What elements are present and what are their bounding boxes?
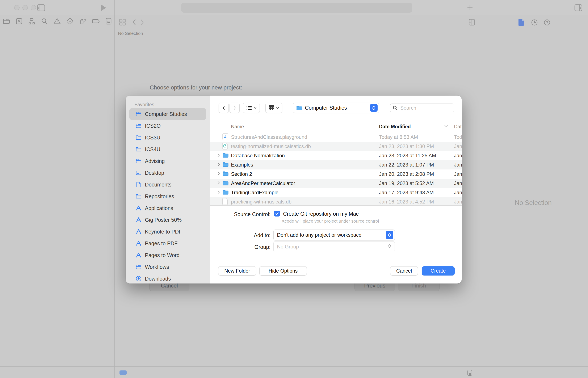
sort-descending-icon [444,125,448,127]
file-inspector-icon[interactable] [518,18,524,26]
save-dialog: Favorites Computer Studies ICS2O ICS3U I… [126,95,462,284]
back-history-icon[interactable] [132,19,136,26]
add-to-popup[interactable]: Don't add to any project or workspace [273,230,395,241]
window-toolbar [0,0,588,15]
group-view-icon [268,105,274,111]
related-items-icon[interactable] [119,18,126,26]
app-icon [136,252,142,258]
search-icon [393,105,398,110]
app-icon [136,205,142,211]
playground-file-icon [222,133,228,141]
issues-navigator-icon[interactable] [53,18,61,25]
adjust-editor-icon[interactable] [467,370,472,376]
folder-path-popup[interactable]: Computer Studies [293,103,379,113]
close-window-button[interactable] [14,5,20,10]
symbols-navigator-icon[interactable] [28,18,35,25]
add-tab-icon[interactable] [467,4,473,11]
source-control-navigator-icon[interactable] [15,18,23,25]
zoom-window-button[interactable] [31,5,36,10]
folder-icon [222,152,229,159]
toggle-inspector-icon[interactable] [574,4,582,11]
folder-icon [136,193,142,199]
debug-navigator-icon[interactable] [79,18,87,25]
column-date-modified[interactable]: Date Modified [379,124,411,130]
sidebar-item-repositories[interactable]: Repositories [129,190,206,202]
file-row[interactable]: TradingCardExample Jan 17, 2023 at 9:43 … [210,188,462,197]
group-view-button[interactable] [266,103,282,113]
editor-breadcrumb: No Selection [118,31,143,36]
file-row[interactable]: Database Normalization Jan 23, 2023 at 1… [210,151,462,160]
file-row[interactable]: StructuresAndClasses.playground Today at… [210,133,462,142]
sidebar-item-computer-studies[interactable]: Computer Studies [129,108,206,120]
git-repo-checkbox[interactable] [274,211,280,216]
forward-history-icon[interactable] [140,19,145,26]
disclosure-chevron-icon[interactable] [217,181,220,186]
navigator-divider [114,0,115,378]
chevron-down-icon [276,107,279,109]
minimize-window-button[interactable] [23,5,28,10]
hide-options-button[interactable]: Hide Options [259,266,307,275]
disclosure-chevron-icon[interactable] [217,153,220,158]
editor-filter-icon[interactable] [120,370,127,375]
navigator-tab-strip [3,18,112,25]
disclosure-chevron-icon[interactable] [217,190,220,195]
sidebar-item-applications[interactable]: Applications [129,202,206,214]
search-field[interactable] [390,104,454,112]
history-inspector-icon[interactable] [531,19,538,26]
reports-navigator-icon[interactable] [106,18,112,25]
git-repo-checkbox-label[interactable]: Create Git repository on my Mac [283,211,359,217]
sidebar-item-keynote-to-pdf[interactable]: Keynote to PDF [129,226,206,238]
file-row[interactable]: AreaAndPerimeterCalculator Jan 19, 2023 … [210,179,462,188]
project-navigator-icon[interactable] [3,18,10,25]
cancel-button[interactable]: Cancel [390,266,418,275]
sidebar-item-pages-to-pdf[interactable]: Pages to PDF [129,238,206,249]
source-control-label: Source Control: [216,211,270,217]
app-icon [136,229,142,235]
sidebar-item-ics2o[interactable]: ICS2O [129,120,206,132]
popup-stepper-disabled-icon [388,243,391,250]
svg-text:?: ? [546,21,548,25]
add-to-label: Add to: [216,232,270,238]
search-input[interactable] [400,105,443,111]
jumpbar-bottom-divider [115,39,478,39]
column-header-row: Name Date Modified Dat [210,121,462,132]
sidebar-item-ics4u[interactable]: ICS4U [129,143,206,155]
column-name[interactable]: Name [231,124,244,130]
file-list-bottom-divider [210,205,462,206]
disclosure-chevron-icon[interactable] [217,171,220,177]
new-folder-button[interactable]: New Folder [218,266,256,275]
disclosure-chevron-icon[interactable] [217,162,220,168]
breakpoints-navigator-icon[interactable] [92,18,100,25]
find-navigator-icon[interactable] [41,18,48,25]
file-row-clipped[interactable]: practicing-with-musicals.db Jan 16, 2023… [210,197,462,205]
sidebar-item-workflows[interactable]: Workflows [129,261,206,273]
create-button[interactable]: Create [422,266,455,275]
file-row[interactable]: testing-normalized-musicalsatlcs.db Jan … [210,142,462,151]
list-view-button[interactable] [243,103,260,113]
sidebar-item-pages-to-word[interactable]: Pages to Word [129,249,206,261]
toggle-navigator-icon[interactable] [37,4,45,11]
forward-button[interactable] [229,103,240,113]
file-row[interactable]: Examples Jan 22, 2023 at 1:07 PM Jan [210,160,462,169]
back-button[interactable] [219,103,229,113]
inspector-empty-state: No Selection [478,199,588,207]
folder-icon [222,189,229,196]
help-inspector-icon[interactable]: ? [544,19,551,26]
sidebar-item-ics3u[interactable]: ICS3U [129,132,206,143]
wizard-prompt: Choose options for your new project: [150,84,242,91]
sidebar-item-gig-poster[interactable]: Gig Poster 50% [129,214,206,226]
group-label: Group: [216,244,270,250]
sidebar-item-documents[interactable]: Documents [129,179,206,190]
folder-icon [136,135,142,140]
tests-navigator-icon[interactable] [66,18,74,25]
sidebar-item-downloads[interactable]: Downloads [129,273,206,284]
add-editor-icon[interactable] [469,19,475,26]
app-icon [136,241,142,246]
column-date-created[interactable]: Dat [454,124,462,130]
file-row[interactable]: Section 2 Jan 20, 2023 at 2:08 PM Jan [210,169,462,179]
sidebar-item-desktop[interactable]: Desktop [129,167,206,179]
app-icon [136,217,142,223]
sidebar-item-advising[interactable]: Advising [129,155,206,167]
run-button[interactable] [101,4,107,11]
favorites-section-label: Favorites [134,102,154,108]
